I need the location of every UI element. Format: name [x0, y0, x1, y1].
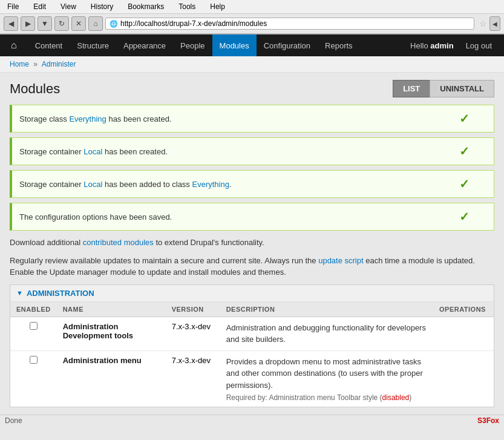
table-row: Administration menu 7.x-3.x-dev Provides…	[10, 350, 494, 407]
menu-edit[interactable]: Edit	[31, 1, 48, 12]
status-text-1: Storage class Everything has been create…	[19, 114, 172, 123]
col-header-enabled: ENABLED	[10, 302, 57, 317]
nav-appearance[interactable]: Appearance	[116, 34, 173, 56]
row2-version-cell: 7.x-3.x-dev	[166, 350, 220, 407]
update-script-link[interactable]: update script	[318, 256, 363, 265]
row1-operations-cell	[433, 317, 494, 350]
drupal-home-icon[interactable]: ⌂	[5, 35, 23, 56]
bookmark-star[interactable]: ☆	[479, 19, 487, 28]
modules-table: ENABLED NAME VERSION DESCRIPTION OPERATI…	[10, 302, 494, 407]
menu-help[interactable]: Help	[208, 1, 227, 12]
nav-configuration[interactable]: Configuration	[257, 34, 318, 56]
breadcrumb: Home » Administer	[0, 56, 504, 73]
menu-bookmarks[interactable]: Bookmarks	[125, 1, 166, 12]
home-button[interactable]: ⌂	[88, 16, 103, 31]
row1-version-cell: 7.x-3.x-dev	[166, 317, 220, 350]
info-line1: Download additional contributed modules …	[10, 237, 494, 249]
page-header: Modules LIST UNINSTALL	[10, 80, 494, 97]
reload-button[interactable]: ↻	[54, 16, 69, 31]
section-header-administration[interactable]: ▼ ADMINISTRATION	[10, 285, 494, 302]
page-content: Home » Administer Modules LIST UNINSTALL…	[0, 56, 504, 415]
row1-enabled-cell	[10, 317, 57, 350]
row2-name-cell: Administration menu	[57, 350, 166, 407]
status-message-1: Storage class Everything has been create…	[10, 105, 494, 133]
table-body: AdministrationDevelopment tools 7.x-3.x-…	[10, 317, 494, 407]
row2-checkbox[interactable]	[30, 356, 38, 364]
row1-checkbox[interactable]	[30, 322, 38, 330]
row1-module-name: AdministrationDevelopment tools	[63, 322, 133, 340]
status-bar: Done S3Fox	[0, 415, 504, 426]
row2-description-cell: Provides a dropdown menu to most adminis…	[220, 350, 433, 407]
nav-content[interactable]: Content	[28, 34, 70, 56]
tab-buttons: LIST UNINSTALL	[393, 80, 494, 97]
stop-button[interactable]: ✕	[71, 16, 86, 31]
row1-description-cell: Administration and debugging functionali…	[220, 317, 433, 350]
logout-button[interactable]: Log out	[459, 36, 499, 55]
menu-file[interactable]: File	[5, 1, 21, 12]
row1-description: Administration and debugging functionali…	[226, 323, 426, 344]
breadcrumb-administer[interactable]: Administer	[42, 60, 76, 68]
status-bar-text: Done	[5, 416, 22, 425]
status-text-4: The configuration options have been save…	[19, 212, 172, 222]
status-link-everything-2[interactable]: Everything	[192, 180, 229, 189]
menu-view[interactable]: View	[58, 1, 79, 12]
menu-history[interactable]: History	[88, 1, 116, 12]
checkmark-2: ✓	[459, 144, 470, 159]
row1-version: 7.x-3.x-dev	[172, 322, 211, 331]
main-area: Modules LIST UNINSTALL Storage class Eve…	[0, 73, 504, 415]
nav-modules[interactable]: Modules	[212, 34, 257, 56]
row2-required-link[interactable]: disabled	[382, 393, 410, 402]
menu-tools[interactable]: Tools	[176, 1, 198, 12]
info-line2: Regularly review available updates to ma…	[10, 255, 494, 278]
back-button[interactable]: ◀	[4, 16, 18, 31]
nav-people[interactable]: People	[173, 34, 212, 56]
status-text-2: Storage container Local has been created…	[19, 147, 168, 156]
forward-button[interactable]: ▶	[21, 16, 35, 31]
section-title-administration: ADMINISTRATION	[27, 289, 94, 298]
user-greeting: Hello admin	[410, 41, 454, 50]
status-message-2: Storage container Local has been created…	[10, 137, 494, 165]
address-input[interactable]	[120, 19, 470, 28]
username: admin	[430, 41, 453, 50]
status-link-local-2[interactable]: Local	[83, 180, 102, 189]
tab-uninstall[interactable]: UNINSTALL	[430, 80, 494, 97]
table-row: AdministrationDevelopment tools 7.x-3.x-…	[10, 317, 494, 350]
extra-nav-button[interactable]: ◀	[489, 16, 500, 31]
col-header-description: DESCRIPTION	[220, 302, 433, 317]
status-text-3: Storage container Local has been added t…	[19, 180, 232, 189]
status-link-local-1[interactable]: Local	[83, 147, 102, 156]
row2-description: Provides a dropdown menu to most adminis…	[226, 357, 423, 390]
contributed-modules-link[interactable]: contributed modules	[83, 238, 154, 247]
row2-version: 7.x-3.x-dev	[172, 356, 211, 365]
row2-required: Required by: Administration menu Toolbar…	[226, 393, 427, 402]
breadcrumb-home[interactable]: Home	[10, 60, 29, 68]
status-message-4: The configuration options have been save…	[10, 203, 494, 231]
address-bar-container: 🌐	[105, 18, 474, 30]
status-message-3: Storage container Local has been added t…	[10, 170, 494, 198]
drupal-navbar: ⌂ Content Structure Appearance People Mo…	[0, 34, 504, 56]
checkmark-3: ✓	[459, 177, 470, 191]
s3fox-logo: S3Fox	[477, 416, 499, 425]
row2-module-name: Administration menu	[63, 356, 142, 365]
col-header-operations: OPERATIONS	[433, 302, 494, 317]
browser-toolbar: ◀ ▶ ▼ ↻ ✕ ⌂ 🌐 ☆ ◀	[0, 14, 504, 34]
breadcrumb-sep: »	[33, 60, 38, 68]
nav-structure[interactable]: Structure	[70, 34, 116, 56]
nav-reports[interactable]: Reports	[318, 34, 360, 56]
col-header-version: VERSION	[166, 302, 220, 317]
checkmark-1: ✓	[459, 111, 470, 126]
col-header-name: NAME	[57, 302, 166, 317]
page-title: Modules	[10, 81, 60, 97]
checkmark-4: ✓	[459, 209, 470, 224]
toggle-arrow-icon: ▼	[16, 289, 23, 297]
status-link-everything-1[interactable]: Everything	[69, 114, 106, 123]
row1-name-cell: AdministrationDevelopment tools	[57, 317, 166, 350]
tab-list[interactable]: LIST	[393, 80, 430, 97]
browser-menubar: File Edit View History Bookmarks Tools H…	[0, 0, 504, 14]
row2-operations-cell	[433, 350, 494, 407]
history-button[interactable]: ▼	[38, 16, 52, 31]
address-icon: 🌐	[110, 20, 118, 28]
table-header: ENABLED NAME VERSION DESCRIPTION OPERATI…	[10, 302, 494, 317]
administration-section: ▼ ADMINISTRATION ENABLED NAME VERSION DE…	[10, 284, 494, 408]
row2-enabled-cell	[10, 350, 57, 407]
